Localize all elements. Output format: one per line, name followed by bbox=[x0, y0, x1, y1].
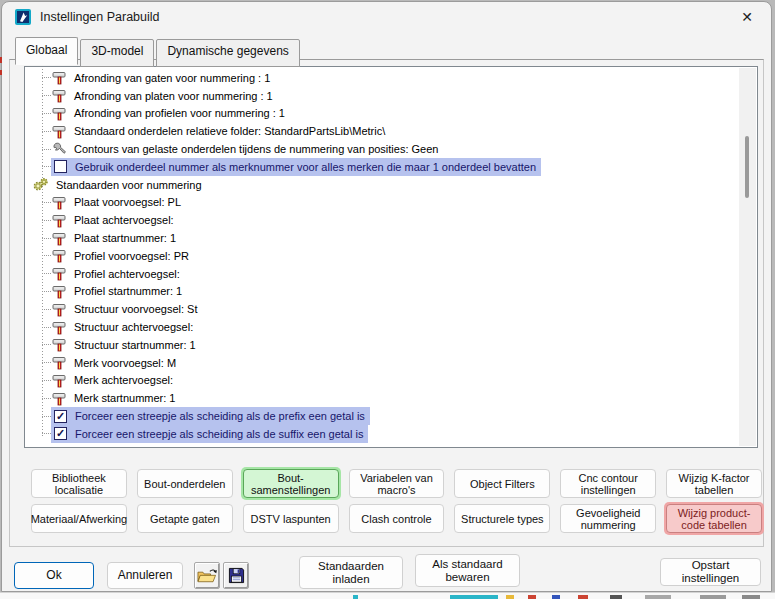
button-wijzig-product-code-tabellen[interactable]: Wijzig product-code tabellen bbox=[666, 504, 762, 533]
cancel-button[interactable]: Annuleren bbox=[107, 562, 183, 589]
tab-3d-model[interactable]: 3D-model bbox=[80, 39, 154, 67]
save-settings-button[interactable] bbox=[223, 562, 249, 589]
checkbox-checked-icon[interactable]: ✓ bbox=[54, 427, 67, 440]
tree-row-label: Afronding van platen voor nummering : 1 bbox=[74, 90, 273, 102]
hammer-icon bbox=[51, 124, 67, 139]
button-dstv-laspunten[interactable]: DSTV laspunten bbox=[243, 504, 339, 533]
open-settings-button[interactable] bbox=[194, 562, 220, 589]
scrollbar-thumb[interactable] bbox=[745, 136, 749, 198]
tree-row[interactable]: Afronding van platen voor nummering : 1 bbox=[26, 87, 738, 105]
tree-row[interactable]: Profiel achtervoegsel: bbox=[26, 265, 738, 283]
tree-row[interactable]: Plaat startnummer: 1 bbox=[26, 229, 738, 247]
tree-row[interactable]: Contours van gelaste onderdelen tijdens … bbox=[26, 140, 738, 158]
settings-button-cell: Materiaal/Afwerking bbox=[29, 502, 129, 535]
tree-row-label: Contours van gelaste onderdelen tijdens … bbox=[74, 143, 438, 155]
taskbar-app-sliver bbox=[353, 595, 358, 599]
hammer-icon bbox=[51, 373, 67, 388]
tree-row[interactable]: Profiel startnummer: 1 bbox=[26, 283, 738, 301]
tree-row-label: Plaat voorvoegsel: PL bbox=[74, 196, 181, 208]
startup-settings-button[interactable]: Opstart instellingen bbox=[660, 558, 761, 586]
settings-button-cell: Bout-samenstellingen bbox=[241, 467, 341, 500]
button-bibliotheek-localisatie[interactable]: Bibliotheek localisatie bbox=[31, 469, 127, 498]
load-defaults-button[interactable]: Standaarden inladen bbox=[299, 556, 403, 589]
button-gevoeligheid-nummering[interactable]: Gevoeligheid nummering bbox=[560, 504, 656, 533]
hammer-icon bbox=[51, 231, 67, 246]
tab-globaal[interactable]: Globaal bbox=[15, 37, 78, 65]
hammer-icon bbox=[51, 106, 67, 121]
button-wijzig-k-factor-tabellen[interactable]: Wijzig K-factor tabellen bbox=[666, 469, 762, 498]
settings-button-label: Bibliotheek localisatie bbox=[34, 472, 124, 496]
tree-row[interactable]: Afronding van profielen voor nummering :… bbox=[26, 105, 738, 123]
tree-row-label: Profiel startnummer: 1 bbox=[74, 285, 182, 297]
button-getapte-gaten[interactable]: Getapte gaten bbox=[137, 504, 233, 533]
tree-row[interactable]: Structuur startnummer: 1 bbox=[26, 336, 738, 354]
taskbar-app-sliver bbox=[742, 595, 760, 599]
wrench-icon bbox=[51, 142, 67, 157]
tree-row[interactable]: Standaard onderdelen relatieve folder: S… bbox=[26, 122, 738, 140]
checkbox-checked-icon[interactable]: ✓ bbox=[54, 410, 67, 423]
tree-row[interactable]: Structuur achtervoegsel: bbox=[26, 318, 738, 336]
hammer-icon bbox=[51, 320, 67, 335]
taskbar-app-sliver bbox=[610, 595, 622, 599]
taskbar-app-sliver bbox=[578, 595, 588, 599]
tree-row-label: Afronding van profielen voor nummering :… bbox=[74, 107, 285, 119]
button-clash-controle[interactable]: Clash controle bbox=[349, 504, 445, 533]
hammer-icon bbox=[51, 355, 67, 370]
tree-row-label: Forceer een streepje als scheiding als d… bbox=[75, 428, 363, 440]
ok-button[interactable]: Ok bbox=[14, 562, 94, 589]
tree-rows: Afronding van gaten voor nummering : 1Af… bbox=[26, 69, 738, 446]
button-structurele-types[interactable]: Structurele types bbox=[454, 504, 550, 533]
tree-row[interactable]: ✓Forceer een streepje als scheiding als … bbox=[26, 425, 738, 443]
save-as-default-button[interactable]: Als standaard bewaren bbox=[415, 554, 520, 587]
tree-row[interactable]: Plaat achtervoegsel: bbox=[26, 211, 738, 229]
tree-row[interactable]: Plaat voorvoegsel: PL bbox=[26, 194, 738, 212]
tree-row-label: Standaarden voor nummering bbox=[56, 179, 202, 191]
taskbar-sliver bbox=[0, 592, 775, 599]
settings-button-label: Materiaal/Afwerking bbox=[31, 513, 128, 525]
settings-button-grid: Bibliotheek localisatieBout-onderdelenBo… bbox=[29, 467, 764, 535]
settings-button-label: Variabelen van macro's bbox=[352, 472, 442, 496]
button-materiaal-afwerking[interactable]: Materiaal/Afwerking bbox=[31, 504, 127, 533]
scrollbar-track[interactable] bbox=[739, 68, 756, 446]
tree-row[interactable]: Merk startnummer: 1 bbox=[26, 389, 738, 407]
background-window-sliver bbox=[0, 70, 2, 75]
tree-row[interactable]: Structuur voorvoegsel: St bbox=[26, 300, 738, 318]
tree-row[interactable]: Gebruik onderdeel nummer als merknummer … bbox=[26, 158, 738, 176]
button-cnc-contour-instellingen[interactable]: Cnc contour instellingen bbox=[560, 469, 656, 498]
settings-button-label: Object Filters bbox=[470, 478, 535, 490]
settings-button-label: Wijzig product-code tabellen bbox=[669, 507, 759, 531]
settings-button-label: Wijzig K-factor tabellen bbox=[669, 472, 759, 496]
button-object-filters[interactable]: Object Filters bbox=[454, 469, 550, 498]
button-variabelen-van-macro-s[interactable]: Variabelen van macro's bbox=[349, 469, 445, 498]
highlighted-row-content: ✓Forceer een streepje als scheiding als … bbox=[51, 407, 370, 425]
tree-row-label: Structuur voorvoegsel: St bbox=[74, 303, 198, 315]
close-icon: ✕ bbox=[741, 9, 753, 25]
tree-row[interactable]: Merk voorvoegsel: M bbox=[26, 354, 738, 372]
settings-button-cell: Wijzig product-code tabellen bbox=[664, 502, 764, 535]
tree-row-label: Merk startnummer: 1 bbox=[74, 392, 175, 404]
settings-button-cell: Cnc contour instellingen bbox=[558, 467, 658, 500]
tree-row[interactable]: Merk achtervoegsel: bbox=[26, 372, 738, 390]
settings-button-cell: DSTV laspunten bbox=[241, 502, 341, 535]
tree-row[interactable]: Afronding van gaten voor nummering : 1 bbox=[26, 69, 738, 87]
bricscad-logo-icon bbox=[15, 9, 31, 25]
close-button[interactable]: ✕ bbox=[727, 2, 767, 31]
tree-row[interactable]: ✓Forceer een streepje als scheiding als … bbox=[26, 407, 738, 425]
settings-dialog: Instellingen Parabuild ✕ Globaal3D-model… bbox=[1, 1, 772, 592]
button-bout-samenstellingen[interactable]: Bout-samenstellingen bbox=[243, 469, 339, 498]
settings-button-cell: Variabelen van macro's bbox=[347, 467, 447, 500]
tab-dynamische-gegevens[interactable]: Dynamische gegevens bbox=[156, 39, 299, 67]
tree-row[interactable]: Profiel voorvoegsel: PR bbox=[26, 247, 738, 265]
checkbox-unchecked-icon[interactable] bbox=[54, 160, 67, 173]
save-floppy-icon bbox=[228, 567, 245, 584]
settings-button-label: Bout-samenstellingen bbox=[246, 472, 336, 496]
settings-tree-list[interactable]: Afronding van gaten voor nummering : 1Af… bbox=[24, 66, 758, 448]
hammer-icon bbox=[51, 213, 67, 228]
tree-row[interactable]: Standaarden voor nummering bbox=[26, 176, 738, 194]
settings-button-label: Structurele types bbox=[461, 513, 544, 525]
tree-row-label: Structuur achtervoegsel: bbox=[74, 321, 193, 333]
settings-button-label: Getapte gaten bbox=[150, 513, 220, 525]
background-window-sliver bbox=[0, 57, 2, 63]
title-bar: Instellingen Parabuild ✕ bbox=[2, 2, 771, 32]
button-bout-onderdelen[interactable]: Bout-onderdelen bbox=[137, 469, 233, 498]
